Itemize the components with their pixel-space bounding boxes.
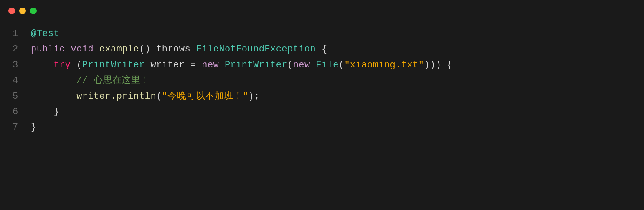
- string-filename: "xiaoming.txt": [344, 60, 424, 70]
- plain-brace: {: [316, 44, 327, 54]
- keyword-new-2: new: [293, 60, 310, 70]
- line-content-4: // 心思在这里！: [31, 73, 150, 88]
- line-number-3: 3: [13, 57, 24, 73]
- code-editor: 1 @Test 2 public void example() throws F…: [0, 22, 644, 144]
- close-button[interactable]: [8, 8, 15, 14]
- indent-5: [31, 91, 76, 102]
- indent: [31, 60, 54, 70]
- keyword-new-1: new: [202, 60, 219, 70]
- code-line-1: 1 @Test: [13, 26, 631, 41]
- method-println: writer.println: [76, 91, 156, 102]
- plain-10: }: [31, 107, 59, 117]
- plain-11: }: [31, 122, 37, 133]
- maximize-button[interactable]: [30, 8, 37, 14]
- line-content-7: }: [31, 120, 37, 135]
- code-line-7: 7 }: [13, 120, 631, 135]
- line-content-3: try (PrintWriter writer = new PrintWrite…: [31, 57, 453, 73]
- annotation-token: @Test: [31, 28, 59, 39]
- line-number-7: 7: [13, 120, 24, 135]
- code-line-6: 6 }: [13, 104, 631, 120]
- code-line-4: 4 // 心思在这里！: [13, 73, 631, 88]
- code-line-5: 5 writer.println("今晚可以不加班！");: [13, 89, 631, 104]
- plain-3: [219, 60, 225, 70]
- code-line-3: 3 try (PrintWriter writer = new PrintWri…: [13, 57, 631, 73]
- line-content-2: public void example() throws FileNotFoun…: [31, 41, 327, 57]
- keyword-void: void: [71, 44, 94, 54]
- method-example: example: [99, 44, 139, 54]
- minimize-button[interactable]: [19, 8, 26, 14]
- plain-2: writer =: [145, 60, 202, 70]
- line-content-1: @Test: [31, 26, 59, 41]
- line-number-2: 2: [13, 41, 24, 57]
- titlebar: [0, 0, 644, 22]
- line-number-6: 6: [13, 104, 24, 120]
- plain-8: (: [156, 91, 162, 102]
- plain-7: ))) {: [424, 60, 452, 70]
- keyword-try: try: [54, 60, 71, 70]
- plain-9: );: [248, 91, 260, 102]
- plain-6: (: [339, 60, 345, 70]
- class-printwriter-2: PrintWriter: [225, 60, 287, 70]
- indent-4: [31, 75, 76, 86]
- line-number-4: 4: [13, 73, 24, 88]
- code-window: 1 @Test 2 public void example() throws F…: [0, 0, 644, 210]
- plain-4: (: [287, 60, 293, 70]
- line-number-1: 1: [13, 26, 24, 41]
- plain-5: [310, 60, 316, 70]
- line-content-5: writer.println("今晚可以不加班！");: [31, 89, 260, 104]
- keyword-public: public: [31, 44, 65, 54]
- line-number-5: 5: [13, 89, 24, 104]
- plain-parens: () throws: [139, 44, 196, 54]
- plain-1: (: [71, 60, 82, 70]
- class-file: File: [316, 60, 339, 70]
- class-printwriter-1: PrintWriter: [82, 60, 145, 70]
- class-filenotfound: FileNotFoundException: [196, 44, 316, 54]
- comment-text: // 心思在这里！: [76, 75, 150, 86]
- string-chinese: "今晚可以不加班！": [162, 91, 248, 102]
- line-content-6: }: [31, 104, 59, 120]
- code-line-2: 2 public void example() throws FileNotFo…: [13, 41, 631, 57]
